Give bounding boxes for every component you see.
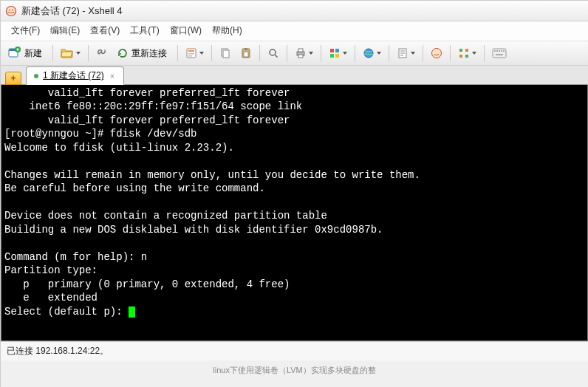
toolbar-separator	[423, 45, 423, 61]
chevron-down-icon	[76, 52, 81, 55]
printer-icon	[295, 47, 307, 59]
chevron-down-icon	[472, 52, 476, 55]
keyboard-button[interactable]	[488, 44, 510, 63]
svg-point-1	[9, 9, 10, 10]
chevron-down-icon	[199, 52, 204, 55]
svg-rect-7	[188, 50, 194, 52]
chevron-down-icon	[411, 52, 415, 55]
svg-rect-29	[465, 55, 468, 58]
toolbar-separator	[211, 45, 212, 61]
paste-icon	[240, 47, 252, 59]
svg-rect-31	[494, 50, 496, 52]
svg-point-25	[432, 49, 442, 58]
status-dot-icon	[34, 74, 38, 78]
link-icon	[96, 47, 108, 59]
toolbar-separator	[52, 45, 53, 61]
svg-rect-30	[493, 49, 506, 58]
status-text: 已连接 192.168.1.24:22。	[7, 346, 109, 356]
menu-view[interactable]: 查看(V)	[90, 24, 120, 37]
svg-rect-22	[335, 54, 339, 58]
svg-rect-13	[245, 48, 247, 50]
terminal-output[interactable]: valid_lft forever preferred_lft forever …	[1, 85, 587, 340]
colors-button[interactable]	[325, 44, 351, 63]
toolbar: 新建 重新连接	[1, 41, 588, 66]
menu-bar: 文件(F) 编辑(E) 查看(V) 工具(T) 窗口(W) 帮助(H)	[1, 21, 588, 41]
menu-file[interactable]: 文件(F)	[11, 24, 40, 37]
add-tab-button[interactable]: +	[5, 72, 21, 85]
svg-rect-11	[223, 50, 229, 58]
reconnect-button[interactable]: 重新连接	[113, 44, 174, 63]
menu-window[interactable]: 窗口(W)	[170, 24, 202, 37]
copy-icon	[219, 47, 231, 59]
toolbar-separator	[355, 45, 355, 61]
search-icon	[267, 47, 279, 59]
link-button[interactable]	[92, 44, 112, 63]
menu-help[interactable]: 帮助(H)	[212, 24, 242, 37]
globe-button[interactable]	[359, 44, 385, 63]
chevron-down-icon	[377, 52, 381, 55]
profile-icon	[185, 47, 197, 59]
menu-edit[interactable]: 编辑(E)	[50, 24, 80, 37]
svg-point-23	[364, 49, 373, 58]
svg-rect-26	[459, 49, 462, 52]
footer-text: linux下使用逻辑卷（LVM）实现多块硬盘的整	[213, 366, 375, 374]
new-button[interactable]: 新建	[4, 44, 49, 63]
toolbar-separator	[259, 45, 260, 61]
open-button[interactable]	[57, 44, 84, 63]
toolbar-separator	[450, 45, 451, 61]
svg-rect-28	[459, 55, 462, 58]
find-button[interactable]	[264, 44, 283, 63]
svg-point-2	[12, 9, 13, 10]
new-button-label: 新建	[24, 47, 42, 60]
svg-rect-32	[496, 50, 498, 52]
reconnect-button-label: 重新连接	[131, 47, 167, 60]
terminal-cursor	[129, 306, 135, 318]
folder-open-icon	[61, 47, 74, 59]
svg-rect-19	[330, 49, 334, 52]
status-bar: 已连接 192.168.1.24:22。	[1, 341, 588, 360]
svg-point-0	[7, 6, 16, 16]
script-button[interactable]	[393, 44, 419, 63]
toolbar-separator	[321, 45, 321, 61]
chevron-down-icon	[343, 52, 347, 55]
profile-button[interactable]	[182, 44, 208, 63]
tab-close-button[interactable]: ×	[109, 72, 116, 81]
svg-rect-35	[503, 50, 505, 52]
toolbar-separator	[287, 45, 287, 61]
grid-icon	[458, 47, 470, 59]
svg-rect-8	[188, 53, 194, 55]
reconnect-icon	[117, 47, 129, 59]
window-title: 新建会话 (72) - Xshell 4	[21, 4, 123, 18]
new-session-icon	[8, 47, 21, 60]
globe-icon	[363, 47, 375, 59]
svg-rect-34	[501, 50, 502, 52]
terminal-pane: valid_lft forever preferred_lft forever …	[1, 85, 588, 341]
tab-label: 1 新建会话 (72)	[43, 69, 104, 82]
svg-rect-27	[465, 49, 468, 52]
chevron-down-icon	[309, 52, 313, 55]
title-bar: 新建会话 (72) - Xshell 4	[1, 1, 588, 21]
keyboard-icon	[492, 48, 507, 58]
script-icon	[397, 47, 408, 59]
svg-rect-14	[244, 52, 248, 57]
app-icon	[5, 5, 17, 17]
svg-rect-21	[330, 54, 334, 58]
toolbar-separator	[88, 45, 89, 61]
tab-strip: + 1 新建会话 (72) ×	[1, 66, 588, 85]
tools-grid-button[interactable]	[454, 44, 480, 63]
svg-rect-18	[298, 55, 303, 58]
plus-icon: +	[10, 73, 16, 83]
toolbar-separator	[484, 45, 485, 61]
footer-caption: linux下使用逻辑卷（LVM）实现多块硬盘的整	[1, 365, 588, 376]
xshell-button[interactable]	[427, 44, 446, 63]
svg-rect-33	[499, 50, 500, 52]
paste-button[interactable]	[236, 44, 256, 63]
tab-session-1[interactable]: 1 新建会话 (72) ×	[26, 66, 124, 85]
color-scheme-icon	[329, 47, 341, 59]
svg-rect-17	[298, 49, 303, 52]
svg-point-15	[270, 49, 276, 55]
menu-tools[interactable]: 工具(T)	[130, 24, 159, 37]
print-button[interactable]	[291, 44, 317, 63]
copy-button[interactable]	[216, 44, 235, 63]
svg-rect-9	[188, 55, 192, 57]
